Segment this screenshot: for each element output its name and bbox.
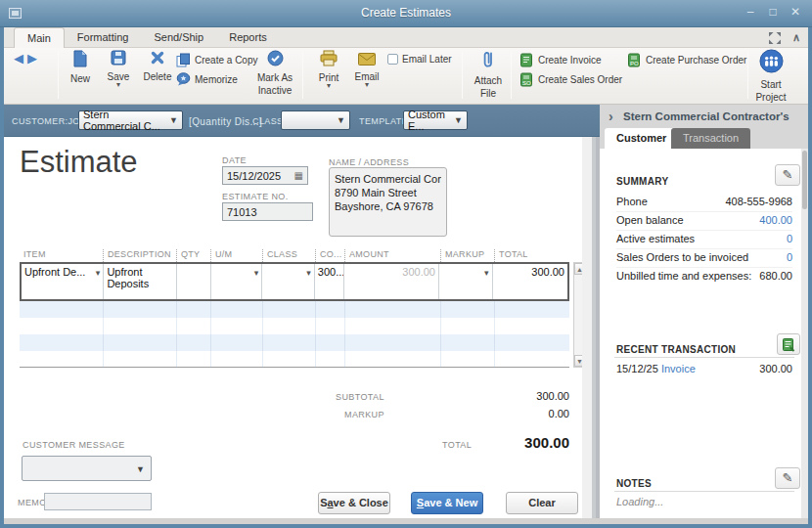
close-button[interactable]: ✕ xyxy=(789,5,802,19)
chevron-down-icon[interactable]: ▾ xyxy=(310,83,347,89)
tab-reports[interactable]: Reports xyxy=(216,27,280,48)
create-invoice-button[interactable]: Create Invoice xyxy=(519,53,601,67)
table-row[interactable]: Upfront De... ▾ Upfront Deposits ▾ ▾ 300… xyxy=(20,262,569,301)
table-row-empty[interactable] xyxy=(20,318,569,334)
table-row-empty[interactable] xyxy=(20,351,569,368)
customer-job-dropdown[interactable]: Stern Commercial C... ▼ xyxy=(78,110,183,130)
delete-button[interactable]: Delete xyxy=(138,50,177,82)
paperclip-icon xyxy=(482,49,494,69)
tab-formatting[interactable]: Formatting xyxy=(65,27,142,48)
save-floppy-icon xyxy=(111,50,126,66)
col-header-item[interactable]: ITEM xyxy=(20,249,103,262)
um-cell[interactable]: ▾ xyxy=(211,264,263,299)
attach-file-button[interactable]: Attach File xyxy=(469,49,508,99)
col-header-amount[interactable]: AMOUNT xyxy=(344,249,440,262)
col-header-total[interactable]: TOTAL xyxy=(494,249,569,262)
recent-transaction-link[interactable]: Invoice xyxy=(661,363,696,374)
subtotal-label: SUBTOTAL xyxy=(336,392,384,402)
title-bar[interactable]: Create Estimates – □ ✕ xyxy=(0,0,812,27)
envelope-icon xyxy=(358,53,376,66)
class-cell[interactable]: ▾ xyxy=(262,264,315,299)
save-close-button[interactable]: Save & Close xyxy=(318,492,390,514)
chevron-down-icon[interactable]: ▾ xyxy=(348,82,385,88)
chevron-down-icon[interactable]: ▾ xyxy=(254,268,259,278)
memo-input[interactable] xyxy=(44,493,152,510)
chevron-down-icon[interactable]: ▾ xyxy=(484,268,489,278)
panel-scrollbar[interactable] xyxy=(801,149,808,520)
open-balance-link[interactable]: 400.00 xyxy=(759,214,792,226)
email-button[interactable]: Email ▾ xyxy=(348,52,385,88)
table-row-empty[interactable] xyxy=(20,334,569,351)
create-sales-order-button[interactable]: SO Create Sales Order xyxy=(519,72,622,87)
ribbon-toolbar: ◀ ▶ Find New Save ▾ Delete xyxy=(4,48,808,105)
clear-button[interactable]: Clear xyxy=(506,492,578,514)
template-label: TEMPLATE xyxy=(359,116,408,126)
mark-as-inactive-button[interactable]: Mark As Inactive xyxy=(251,50,298,96)
quantity-discounts-link[interactable]: [Quantity Dis...] xyxy=(189,116,262,127)
summary-row-unbilled: Unbilled time and expenses: 680.00 xyxy=(616,268,792,286)
create-copy-button[interactable]: Create a Copy xyxy=(176,53,257,67)
form-title: Estimate xyxy=(20,145,138,180)
date-field[interactable]: 15/12/2025 ▦ xyxy=(222,166,308,185)
cost-cell[interactable]: 300... xyxy=(315,264,344,299)
edit-notes-button[interactable]: ✎ xyxy=(775,467,800,489)
qty-cell[interactable] xyxy=(177,264,211,299)
back-arrow-icon[interactable]: ◀ xyxy=(14,51,23,66)
col-header-cost[interactable]: CO... xyxy=(315,249,344,262)
maximize-button[interactable]: □ xyxy=(766,5,780,19)
email-later-checkbox[interactable]: Email Later xyxy=(387,54,452,65)
col-header-class[interactable]: CLASS xyxy=(262,249,315,262)
print-button[interactable]: Print ▾ xyxy=(310,50,347,89)
pencil-icon: ✎ xyxy=(783,470,793,485)
total-cell[interactable]: 300.00 xyxy=(493,264,567,299)
col-header-um[interactable]: U/M xyxy=(210,249,262,262)
save-new-button[interactable]: Save & New xyxy=(411,492,483,514)
sales-order-doc-icon: SO xyxy=(519,72,534,87)
memorize-button[interactable]: Memorize xyxy=(176,72,238,87)
save-button[interactable]: Save ▾ xyxy=(100,50,137,88)
start-project-button[interactable]: Start Project xyxy=(753,49,789,103)
calendar-icon[interactable]: ▦ xyxy=(294,170,303,181)
chevron-down-icon: ▼ xyxy=(337,115,345,125)
forward-arrow-icon[interactable]: ▶ xyxy=(27,51,37,66)
edit-summary-button[interactable]: ✎ xyxy=(775,164,800,186)
tab-send-ship[interactable]: Send/Ship xyxy=(141,27,216,48)
expand-window-icon[interactable] xyxy=(769,32,781,44)
template-dropdown[interactable]: Custom E... ▼ xyxy=(403,110,468,130)
collapse-panel-icon[interactable]: › xyxy=(609,109,613,124)
name-address-field[interactable]: Stern Commercial Contra 8790 Main Street… xyxy=(329,167,447,237)
description-cell[interactable]: Upfront Deposits xyxy=(104,264,176,299)
class-dropdown[interactable]: ▼ xyxy=(281,110,350,130)
item-cell[interactable]: Upfront De... ▾ xyxy=(22,264,104,299)
chevron-down-icon[interactable]: ▾ xyxy=(96,268,101,278)
customer-message-dropdown[interactable]: ▼ xyxy=(22,456,152,481)
delete-x-icon xyxy=(150,50,165,66)
col-header-markup[interactable]: MARKUP xyxy=(440,249,494,262)
table-row-empty[interactable] xyxy=(20,301,569,318)
col-header-qty[interactable]: QTY xyxy=(176,249,210,262)
new-button[interactable]: New xyxy=(63,50,98,84)
grand-total-value: 300.00 xyxy=(481,434,569,451)
date-label: DATE xyxy=(222,155,247,165)
create-purchase-order-button[interactable]: PO Create Purchase Order xyxy=(627,53,746,67)
recent-transaction-report-button[interactable] xyxy=(777,333,800,355)
active-estimates-link[interactable]: 0 xyxy=(787,233,792,244)
chevron-down-icon: ▼ xyxy=(169,115,178,125)
checkbox-icon[interactable] xyxy=(387,54,398,65)
sales-orders-link[interactable]: 0 xyxy=(787,251,792,263)
tab-transaction[interactable]: Transaction xyxy=(671,128,750,149)
notes-heading: NOTES xyxy=(616,478,652,489)
amount-cell[interactable]: 300.00 xyxy=(344,264,439,299)
minimize-button[interactable]: – xyxy=(744,5,757,19)
tab-main[interactable]: Main xyxy=(14,27,65,48)
chevron-down-icon[interactable]: ▾ xyxy=(100,82,137,88)
chevron-down-icon[interactable]: ▾ xyxy=(306,268,311,278)
collapse-ribbon-icon[interactable]: ∧ xyxy=(792,31,800,44)
estimate-no-field[interactable]: 71013 xyxy=(222,202,313,221)
tab-customer[interactable]: Customer xyxy=(605,128,678,149)
chevron-down-icon: ▼ xyxy=(454,115,463,125)
col-header-description[interactable]: DESCRIPTION xyxy=(103,249,176,262)
recent-transaction-amount: 300.00 xyxy=(759,363,792,374)
panel-splitter[interactable] xyxy=(582,137,600,520)
markup-cell[interactable]: ▾ xyxy=(439,264,493,299)
